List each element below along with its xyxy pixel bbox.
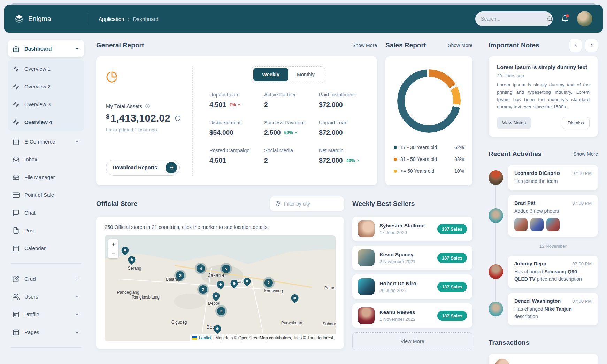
info-icon[interactable] (145, 103, 150, 109)
sidebar-item-crud[interactable]: Crud (8, 270, 84, 288)
photo-thumbnail[interactable] (514, 218, 528, 231)
sidebar-item-overview-4[interactable]: Overview 4 (8, 113, 84, 131)
breadcrumb-application[interactable]: Application (99, 16, 124, 22)
map-cluster-marker[interactable]: 2 (176, 271, 184, 280)
stat-value: 2 (264, 157, 268, 164)
text-post: price and description (536, 276, 582, 282)
legend-value: 10% (454, 168, 464, 174)
notes-next-button[interactable] (585, 39, 598, 52)
stat-value: 2.500 (264, 129, 281, 137)
filter-by-city-box[interactable] (270, 196, 344, 211)
leaflet-link[interactable]: Leaflet (199, 335, 212, 340)
main-content: General Report Show More My Total Assets (90, 33, 607, 364)
photo-thumbnail[interactable] (546, 218, 560, 231)
sidebar-item-chat[interactable]: Chat (8, 204, 84, 222)
general-report-show-more[interactable]: Show More (352, 42, 377, 48)
notes-prev-button[interactable] (569, 39, 582, 52)
sales-count-badge[interactable]: 137 Sales (437, 282, 467, 292)
sidebar-item-calendar[interactable]: Calendar (8, 239, 84, 257)
sidebar-item-point-of-sale[interactable]: Point of Sale (8, 186, 84, 204)
seller-name: Kevin Spacey (379, 251, 415, 257)
transaction-row-stallone[interactable]: Sylvester Stallone +$77 (489, 354, 598, 364)
seller-row-reeves[interactable]: Keanu Reeves 1 November 2022 137 Sales (352, 303, 472, 328)
map-zoom-in-button[interactable]: + (108, 239, 118, 249)
sales-count-badge[interactable]: 137 Sales (437, 224, 467, 234)
legend-label: >= 50 Years old (400, 168, 434, 174)
activity-leonardo[interactable]: Leonardo DiCaprio 07:00 PM Has joined th… (508, 165, 598, 190)
map-pin-marker[interactable] (290, 293, 300, 303)
user-avatar[interactable] (577, 11, 592, 26)
topbar: Enigma Application › Dashboard (4, 5, 603, 33)
sales-count-badge[interactable]: 137 Sales (437, 253, 467, 263)
sales-report-show-more[interactable]: Show More (448, 42, 472, 48)
sidebar-item-ecommerce[interactable]: E-Commerce (8, 133, 84, 150)
activity-icon (13, 65, 20, 72)
home-icon (13, 45, 20, 52)
seller-row-stallone[interactable]: Sylvester Stallone 17 June 2020 137 Sale… (352, 217, 472, 241)
sidebar-item-overview-2[interactable]: Overview 2 (8, 78, 84, 95)
report-stats-panel: Weekly Monthly Unpaid Loan 4.501 2% (193, 66, 367, 176)
view-more-button[interactable]: View More (352, 332, 472, 350)
stat-value: 4.501 (209, 157, 226, 164)
activity-denzel[interactable]: Denzel Washington 07:00 PM Has changed N… (508, 293, 598, 325)
total-assets-value: $1,413,102.02 (106, 113, 170, 124)
seller-row-spacey[interactable]: Kevin Spacey 2 November 2021 137 Sales (352, 246, 472, 270)
map-cluster-marker[interactable]: 2 (217, 307, 225, 315)
map-cluster-marker[interactable]: 2 (264, 279, 273, 287)
filter-by-city-input[interactable] (284, 201, 339, 207)
sidebar-item-profile[interactable]: Profile (8, 305, 84, 323)
sidebar-item-users[interactable]: Users (8, 288, 84, 305)
delta-text: 52% (284, 130, 293, 135)
sidebar-item-dashboard[interactable]: Dashboard (8, 40, 84, 57)
notes-nav (569, 39, 598, 52)
brand[interactable]: Enigma (15, 14, 89, 23)
official-store-header: Official Store (96, 196, 344, 211)
view-notes-button[interactable]: View Notes (497, 117, 531, 129)
seller-row-deniro[interactable]: Robert De Niro 20 June 2021 137 Sales (352, 274, 472, 299)
id-card-icon (13, 311, 20, 318)
map-pin-marker[interactable] (126, 254, 137, 265)
stat-label: Net Margin (319, 148, 367, 153)
stat-net-margin: Net Margin $72.000 49% (319, 148, 367, 164)
note-title: Lorem Ipsum is simply dummy text (497, 64, 590, 70)
monthly-tab[interactable]: Monthly (288, 68, 323, 81)
inbox-icon (13, 156, 20, 163)
weekly-tab[interactable]: Weekly (253, 68, 288, 81)
download-reports-button[interactable]: Download Reports (106, 160, 180, 176)
search-input[interactable] (481, 16, 544, 22)
general-report-header: General Report Show More (96, 40, 377, 51)
seller-photo (358, 307, 375, 324)
map-cluster-marker[interactable]: 4 (197, 264, 205, 273)
search-icon[interactable] (547, 16, 553, 22)
activity-johnny[interactable]: Johnny Depp 07:00 PM Has changed Samsung… (508, 256, 598, 288)
notifications-button[interactable] (561, 15, 569, 23)
activity-photos (514, 218, 592, 231)
map-pin-marker[interactable] (211, 291, 221, 301)
search-box[interactable] (475, 11, 553, 26)
avatar (489, 208, 503, 223)
chevron-left-icon (573, 43, 578, 48)
sidebar-submenu: Overview 1 Overview 2 Overview 3 Overvie… (8, 60, 84, 131)
age-donut-chart[interactable] (397, 69, 461, 133)
sidebar-item-overview-1[interactable]: Overview 1 (8, 60, 84, 78)
sidebar-item-post[interactable]: Post (8, 222, 84, 239)
sidebar-item-inbox[interactable]: Inbox (8, 150, 84, 168)
activity-icon (13, 119, 20, 126)
sidebar-label: Overview 2 (24, 84, 51, 90)
map-cluster-marker[interactable]: 2 (199, 285, 207, 294)
breadcrumb-dashboard[interactable]: Dashboard (133, 16, 158, 22)
map-zoom-out-button[interactable]: − (108, 249, 118, 258)
notification-dot (566, 14, 569, 17)
chevron-right-icon (589, 43, 594, 48)
sidebar-item-file-manager[interactable]: File Manager (8, 168, 84, 186)
activities-show-more[interactable]: Show More (573, 151, 598, 157)
refresh-icon[interactable] (175, 115, 181, 121)
store-map[interactable]: + − Serang Jakarta Bekasi Karawang Pande… (105, 235, 336, 341)
sidebar-item-overview-3[interactable]: Overview 3 (8, 95, 84, 113)
sales-count-badge[interactable]: 137 Sales (437, 311, 467, 321)
activity-brad[interactable]: Brad Pitt 07:00 PM Added 3 new photos (508, 195, 598, 237)
photo-thumbnail[interactable] (530, 218, 544, 231)
dismiss-button[interactable]: Dismiss (562, 117, 590, 129)
sidebar-item-pages[interactable]: Pages (8, 323, 84, 341)
map-cluster-marker[interactable]: 5 (222, 265, 230, 273)
